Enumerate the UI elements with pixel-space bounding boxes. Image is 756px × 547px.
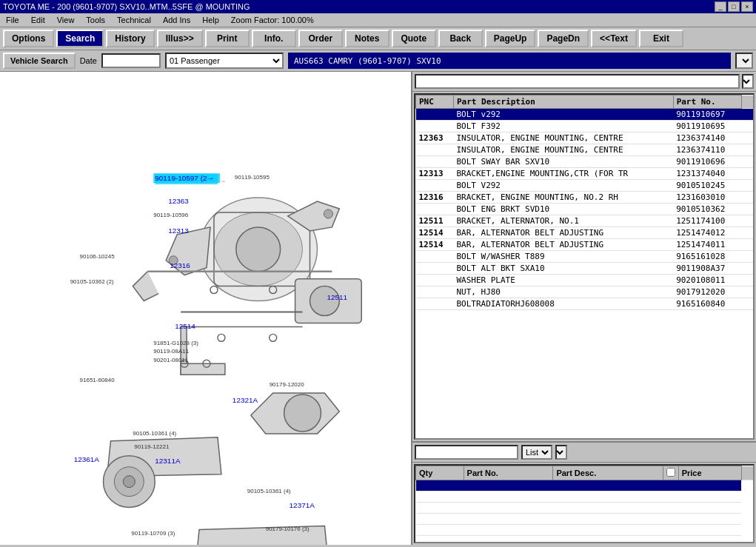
checkbox-header[interactable] xyxy=(663,466,678,480)
minimize-button[interactable]: _ xyxy=(715,1,726,12)
notes-button[interactable]: Notes xyxy=(345,30,389,47)
pnc-cell: 12511 xyxy=(416,215,454,227)
zoom-factor: Zoom Factor: 100.00% xyxy=(228,15,317,25)
svg-text:12321A: 12321A xyxy=(233,396,258,404)
text-button[interactable]: <<Text xyxy=(591,30,637,47)
order-table-header: Qty Part No. Part Desc. Price xyxy=(416,466,754,480)
table-row[interactable]: NUT, HJ80 9017912020 xyxy=(416,286,754,298)
table-row[interactable]: 12316 BRACKET, ENGINE MOUNTING, NO.2 RH … xyxy=(416,192,754,204)
print-button[interactable]: Print xyxy=(205,30,250,47)
svg-text:91851-G1028 (3): 91851-G1028 (3) xyxy=(153,340,198,346)
pnc-cell xyxy=(416,263,454,275)
desc-cell: BOLTRADIATORHJ608008 xyxy=(453,298,673,310)
exit-button[interactable]: Exit xyxy=(639,30,683,47)
desc-cell: BAR, ALTERNATOR BELT ADJUSTING xyxy=(453,227,673,239)
menu-edit[interactable]: Edit xyxy=(28,15,48,25)
back-button[interactable]: Back xyxy=(438,30,483,47)
table-row[interactable]: WASHER PLATE 9020108011 xyxy=(416,275,754,286)
part-no-cell: 1231374040 xyxy=(673,168,741,180)
menu-view[interactable]: View xyxy=(54,15,78,25)
part-no-cell: 9165161028 xyxy=(673,251,741,263)
table-row xyxy=(416,480,754,491)
pageup-button[interactable]: PageUp xyxy=(485,30,536,47)
vehicle-dropdown[interactable] xyxy=(735,53,753,69)
parts-table-body: BOLT v292 9011910697 BOLT F392 901191069… xyxy=(416,109,754,310)
table-row[interactable]: 12363 INSULATOR, ENGINE MOUNTING, CENTRE… xyxy=(416,132,754,144)
svg-text:12514: 12514 xyxy=(175,322,195,330)
table-row[interactable]: BOLTRADIATORHJ608008 9165160840 xyxy=(416,298,754,310)
svg-text:90201-08011: 90201-08011 xyxy=(153,357,189,363)
date-input[interactable] xyxy=(101,53,161,68)
diagram-svg: 90119-10597 (2→ 90119-10595 12363 90119-… xyxy=(0,72,411,545)
date-label: Date xyxy=(80,56,97,65)
table-row[interactable]: BOLT v292 9011910697 xyxy=(416,109,754,121)
table-row[interactable]: INSULATOR, ENGINE MOUNTING, CENTRE 12363… xyxy=(416,144,754,156)
qty-header: Qty xyxy=(416,466,464,480)
table-row[interactable]: 12514 BAR, ALTERNATOR BELT ADJUSTING 125… xyxy=(416,239,754,251)
menu-file[interactable]: File xyxy=(3,15,22,25)
info-button[interactable]: Info. xyxy=(252,30,296,47)
part-no-cell: 9011910697 xyxy=(673,109,741,121)
table-row[interactable]: BOLT V292 9010510245 xyxy=(416,180,754,192)
svg-text:90119-10596: 90119-10596 xyxy=(153,212,189,218)
close-button[interactable]: × xyxy=(741,1,753,12)
vehicle-bar: Vehicle Search Date 01 Passenger AUS663 … xyxy=(0,50,756,72)
pnc-cell: 12316 xyxy=(416,192,454,204)
quote-button[interactable]: Quote xyxy=(392,30,436,47)
part-no-cell: 9010510362 xyxy=(673,204,741,215)
table-row[interactable]: 12313 BRACKET,ENGINE MOUNTING,CTR (FOR T… xyxy=(416,168,754,180)
menu-technical[interactable]: Technical xyxy=(114,15,154,25)
svg-text:90179-10176 (3): 90179-10176 (3) xyxy=(266,526,310,532)
parts-search-input[interactable] xyxy=(415,74,740,89)
desc-cell: BOLT v292 xyxy=(453,109,673,121)
desc-cell: BOLT V292 xyxy=(453,180,673,192)
maximize-button[interactable]: □ xyxy=(728,1,740,12)
illus-button[interactable]: Illus>> xyxy=(157,30,203,47)
part-no-cell: 9011908A37 xyxy=(673,263,741,275)
table-row[interactable]: 12514 BAR, ALTERNATOR BELT ADJUSTING 125… xyxy=(416,227,754,239)
desc-cell: BOLT ALT BKT SXA10 xyxy=(453,263,673,275)
pnc-cell xyxy=(416,144,454,156)
order-table-container[interactable]: Qty Part No. Part Desc. Price xyxy=(414,464,755,543)
svg-text:12363: 12363 xyxy=(168,197,189,205)
category-select[interactable]: 01 Passenger xyxy=(165,53,284,69)
order-panel: List Qty Part No. Part Desc. Price xyxy=(412,441,756,545)
search-button[interactable]: Search xyxy=(56,30,104,47)
svg-text:90119-10595: 90119-10595 xyxy=(235,174,270,181)
vehicle-search-button[interactable]: Vehicle Search xyxy=(3,53,76,69)
pnc-cell: 12313 xyxy=(416,168,454,180)
table-row[interactable]: 12511 BRACKET, ALTERNATOR, NO.1 12511741… xyxy=(416,215,754,227)
menu-addins[interactable]: Add Ins xyxy=(160,15,193,25)
parts-table-container[interactable]: PNC Part Description Part No. BOLT v292 … xyxy=(414,93,755,440)
list-dropdown[interactable] xyxy=(555,445,567,460)
pnc-cell xyxy=(416,121,454,132)
desc-cell: BRACKET, ALTERNATOR, NO.1 xyxy=(453,215,673,227)
part-no-cell: 1236374110 xyxy=(673,144,741,156)
part-desc-header: Part Description xyxy=(453,95,673,109)
pnc-cell xyxy=(416,275,454,286)
table-row[interactable]: BOLT F392 9011910695 xyxy=(416,121,754,132)
parts-panel: PNC Part Description Part No. BOLT v292 … xyxy=(412,72,756,545)
table-row[interactable]: BOLT W/WASHER T889 9165161028 xyxy=(416,251,754,263)
table-row[interactable]: BOLT ALT BKT SXA10 9011908A37 xyxy=(416,263,754,275)
order-button[interactable]: Order xyxy=(298,30,343,47)
table-row[interactable]: BOLT ENG BRKT SVD10 9010510362 xyxy=(416,204,754,215)
svg-text:90119-10709 (3): 90119-10709 (3) xyxy=(131,530,175,537)
order-table: Qty Part No. Part Desc. Price xyxy=(415,466,753,536)
svg-point-6 xyxy=(324,209,332,218)
order-input[interactable] xyxy=(415,445,518,460)
parts-search-dropdown[interactable] xyxy=(742,74,754,89)
pnc-cell xyxy=(416,251,454,263)
part-no-cell: 9010510245 xyxy=(673,180,741,192)
list-select[interactable]: List xyxy=(521,445,552,460)
options-button[interactable]: Options xyxy=(3,30,54,47)
history-button[interactable]: History xyxy=(106,30,154,47)
menu-help[interactable]: Help xyxy=(199,15,222,25)
pagedn-button[interactable]: PageDn xyxy=(538,30,589,47)
pnc-cell xyxy=(416,204,454,215)
pnc-cell xyxy=(416,286,454,298)
pnc-cell: 12363 xyxy=(416,132,454,144)
table-row[interactable]: BOLT SWAY BAR SXV10 9011910696 xyxy=(416,156,754,168)
menu-tools[interactable]: Tools xyxy=(83,15,108,25)
svg-text:12511: 12511 xyxy=(327,293,347,301)
